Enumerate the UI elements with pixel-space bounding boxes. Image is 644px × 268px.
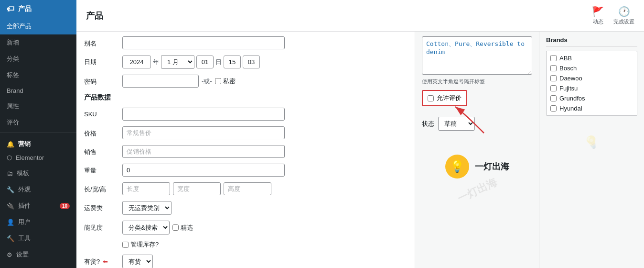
clock-icon: 🕐 (618, 6, 630, 17)
sidebar-item-attributes[interactable]: 属性 (0, 98, 76, 114)
hour-input[interactable] (224, 56, 241, 68)
sidebar-item-plugins[interactable]: 🔌 插件 10 (0, 198, 76, 214)
alias-row: 别名 (84, 36, 407, 49)
header-actions: 🚩 动态 🕐 完成设置 (592, 6, 634, 25)
brand-item-bosch[interactable]: Bosch (547, 63, 637, 73)
sidebar-item-tools[interactable]: 🔨 工具 (0, 230, 76, 246)
brand-checkbox-grundfos[interactable] (550, 95, 557, 101)
sidebar-item-users[interactable]: 👤 用户 (0, 214, 76, 230)
allow-review-label: 允许评价 (437, 94, 462, 102)
day-input[interactable] (196, 56, 214, 68)
allow-review-checkbox[interactable] (428, 95, 434, 101)
main-content: 产品 🚩 动态 🕐 完成设置 别名 日期 (76, 0, 644, 268)
minute-input[interactable] (243, 56, 260, 68)
finish-setup-button[interactable]: 🕐 完成设置 (613, 6, 634, 25)
weight-input[interactable] (122, 164, 285, 177)
sidebar-item-category[interactable]: 分类 (0, 51, 76, 67)
height-input[interactable] (224, 182, 271, 195)
manage-stock-checkbox-label[interactable]: 管理库存? (122, 240, 159, 249)
brand-item-daewoo[interactable]: Daewoo (547, 73, 637, 83)
sidebar-nav: 全部产品 新增 分类 标签 Brand 属性 评价 🔔 营销 ⬡ Element… (0, 18, 76, 263)
sidebar-item-templates[interactable]: 🗂 模板 (0, 165, 76, 181)
sidebar-item-label: 标签 (7, 71, 19, 79)
page-header: 产品 🚩 动态 🕐 完成设置 (76, 0, 644, 32)
password-row: 密码 -或- 私密 (84, 75, 407, 88)
month-select[interactable]: 1 月2 月3 月4 月 5 月6 月7 月8 月 9 月10 月11 月12 … (161, 55, 194, 69)
middle-column: Cotton、Pure、Reversible to denim 使用英文半角逗号… (415, 32, 539, 268)
branding-section: 💡 一灯出海 一灯出海 (422, 140, 532, 202)
right-column: Brands ABB Bosch Daewoo (539, 32, 644, 268)
brand-item-hyundai[interactable]: Hyundai (547, 103, 637, 113)
brand-label-daewoo: Daewoo (559, 75, 582, 82)
featured-checkbox[interactable] (172, 224, 179, 231)
private-checkbox[interactable] (215, 78, 221, 84)
activity-button[interactable]: 🚩 动态 (592, 6, 604, 25)
sku-input[interactable] (122, 108, 285, 121)
dimensions-label: 长/宽/高 (84, 182, 118, 194)
sidebar-item-marketing[interactable]: 🔔 营销 (0, 135, 76, 150)
brand-label-abb: ABB (559, 55, 572, 62)
sidebar-item-settings[interactable]: ⚙ 设置 (0, 246, 76, 263)
sale-input[interactable] (122, 145, 285, 158)
sidebar-item-brand[interactable]: Brand (0, 83, 76, 98)
shipping-select[interactable]: 无运费类别 (122, 201, 172, 215)
sidebar-item-reviews[interactable]: 评价 (0, 114, 76, 131)
brand-checkbox-fujitsu[interactable] (550, 85, 557, 91)
length-input[interactable] (122, 182, 170, 195)
brand-checkbox-bosch[interactable] (550, 65, 557, 71)
manage-stock-field: 管理库存? (122, 240, 407, 249)
page-title: 产品 (86, 10, 103, 22)
sidebar-item-label: 全部产品 (7, 22, 32, 31)
featured-checkbox-label[interactable]: 精选 (172, 223, 193, 232)
sidebar-item-tags[interactable]: 标签 (0, 67, 76, 83)
shipping-field: 无运费类别 (122, 201, 407, 215)
status-select[interactable]: 草稿 已发布 私密 (438, 117, 475, 131)
sku-row: SKU (84, 108, 407, 121)
private-checkbox-label[interactable]: 私密 (215, 77, 236, 86)
sidebar-item-label: 用户 (18, 218, 31, 226)
sale-field (122, 145, 407, 158)
brand-checkbox-abb[interactable] (550, 55, 557, 61)
price-input[interactable] (122, 126, 285, 139)
sidebar-item-all-products[interactable]: 全部产品 (0, 18, 76, 34)
sidebar-item-label: 新增 (7, 38, 19, 47)
shipping-row: 运费类 无运费类别 (84, 201, 407, 215)
in-stock-select[interactable]: 有货 无货 预购 (122, 255, 153, 268)
private-label: 私密 (223, 77, 236, 86)
manage-stock-checkbox[interactable] (122, 242, 129, 248)
sidebar-item-elementor[interactable]: ⬡ Elementor (0, 150, 76, 165)
brand-checkbox-daewoo[interactable] (550, 75, 557, 81)
weight-row: 重量 (84, 164, 407, 177)
visibility-select[interactable]: 分类&搜索 仅分类 仅搜索 隐藏 (122, 221, 170, 234)
alias-input[interactable] (122, 36, 285, 49)
sku-label: SKU (84, 108, 118, 118)
tags-input[interactable]: Cotton、Pure、Reversible to denim (422, 36, 532, 75)
brand-checkbox-hyundai[interactable] (550, 105, 557, 112)
brand-item-abb[interactable]: ABB (547, 53, 637, 63)
manage-stock-spacer (84, 240, 118, 243)
status-row: 状态 草稿 已发布 私密 (422, 117, 532, 131)
lightbulb-section: 💡 一灯出海 (445, 155, 509, 179)
password-input[interactable] (122, 75, 199, 88)
weight-field (122, 164, 407, 177)
sidebar-item-appearance[interactable]: 🔧 外观 (0, 181, 76, 198)
elementor-icon: ⬡ (7, 154, 12, 161)
year-input[interactable] (122, 56, 151, 68)
sidebar-item-label: 外观 (18, 185, 31, 194)
visibility-field: 分类&搜索 仅分类 仅搜索 隐藏 精选 (122, 221, 407, 234)
lightbulb-icon: 💡 (445, 155, 469, 179)
in-stock-label-text: 有货? (84, 258, 100, 265)
shipping-label: 运费类 (84, 201, 118, 212)
brands-list: ABB Bosch Daewoo Fujitsu (546, 51, 637, 116)
sidebar-item-add-new[interactable]: 新增 (0, 34, 76, 51)
brands-section: Brands ABB Bosch Daewoo (546, 36, 637, 116)
product-icon: 🏷 (7, 5, 14, 13)
in-stock-label: 有货? ⬅ (84, 255, 118, 266)
activity-label: 动态 (593, 18, 603, 25)
flag-icon: 🚩 (592, 6, 604, 17)
width-input[interactable] (173, 182, 221, 195)
brand-item-grundfos[interactable]: Grundfos (547, 93, 637, 103)
sidebar-item-label: Elementor (16, 154, 44, 161)
brand-item-fujitsu[interactable]: Fujitsu (547, 83, 637, 93)
in-stock-arrow: ⬅ (103, 258, 108, 265)
